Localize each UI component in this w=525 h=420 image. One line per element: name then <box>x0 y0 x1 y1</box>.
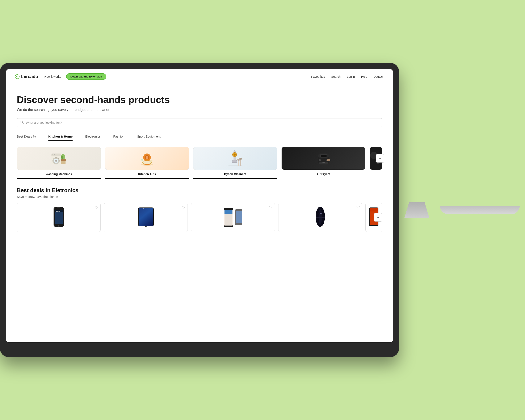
iphone-image: 09:41 <box>53 206 65 228</box>
arrow-right-icon-products: → <box>376 215 380 219</box>
electronics-section-title: Best deals in Eletronics <box>17 187 382 194</box>
svg-text:PS5: PS5 <box>319 212 322 214</box>
svg-rect-64 <box>236 211 242 223</box>
logo-icon <box>15 74 20 79</box>
svg-point-0 <box>15 75 19 79</box>
nav-left: How it works Download the Extension <box>45 73 106 80</box>
heart-icon-ps5[interactable]: ♡ <box>356 205 360 210</box>
monitor-stand-neck <box>404 202 430 218</box>
dyson-cleaners-label: Dyson Cleaners <box>224 172 246 176</box>
main-content: Discover second-hands products We do the… <box>6 84 393 342</box>
logo-text: faircado <box>21 74 38 79</box>
svg-text:12": 12" <box>142 208 144 210</box>
category-dyson-cleaners[interactable]: Dyson Cleaners <box>193 147 277 179</box>
electronics-section-subtitle: Save money, save the planet! <box>17 195 382 198</box>
air-fryers-label: Air Fryers <box>317 172 330 176</box>
washing-machine-image <box>17 147 101 170</box>
svg-point-14 <box>54 154 55 155</box>
svg-point-54 <box>58 225 59 227</box>
category-air-fryers[interactable]: Air Fryers <box>281 147 366 176</box>
tab-kitchen-home[interactable]: Kitchen & Home <box>48 135 73 141</box>
navbar: faircado How it works Download the Exten… <box>6 69 393 84</box>
svg-rect-37 <box>321 155 327 157</box>
svg-point-32 <box>237 159 240 161</box>
air-fryers-image <box>281 147 366 170</box>
product-card-ps5[interactable]: ♡ <box>278 203 362 232</box>
svg-point-33 <box>239 158 242 160</box>
download-extension-button[interactable]: Download the Extension <box>66 73 106 80</box>
kindle-image <box>224 207 243 227</box>
svg-point-23 <box>141 159 143 161</box>
washing-machines-underline <box>17 178 101 179</box>
category-kitchen-aids[interactable]: Kitchen Aids <box>105 147 189 179</box>
svg-rect-43 <box>327 159 330 161</box>
search-icon <box>20 121 24 125</box>
search-bar[interactable]: What are you looking for? <box>17 118 382 127</box>
kitchen-aids-image <box>105 147 189 170</box>
dyson-cleaners-image <box>193 147 277 170</box>
ps5-image: PS5 <box>314 206 327 229</box>
svg-rect-69 <box>316 217 325 218</box>
hero-subtitle: We do the searching, you save your budge… <box>17 108 382 112</box>
tablet-image: 12" <box>138 206 154 228</box>
products-row: ♡ 09:41 <box>17 203 382 232</box>
svg-rect-73 <box>370 208 378 212</box>
product-card-tablet[interactable]: ♡ <box>104 203 188 232</box>
kitchen-aids-label: Kitchen Aids <box>138 172 156 176</box>
tab-electronics[interactable]: Electronics <box>85 135 101 141</box>
washing-machines-label: Washing Machines <box>46 172 72 176</box>
website: faircado How it works Download the Exten… <box>6 69 393 342</box>
nav-how-it-works[interactable]: How it works <box>45 75 61 78</box>
svg-rect-5 <box>60 159 66 161</box>
nav-favourites[interactable]: Favourites <box>311 75 325 78</box>
svg-rect-53 <box>57 207 60 208</box>
nav-login[interactable]: Log in <box>347 75 355 78</box>
products-next-button[interactable]: → <box>374 213 382 222</box>
search-placeholder: What are you looking for? <box>26 121 62 124</box>
kitchen-aids-underline <box>105 178 189 179</box>
heart-icon-kindle[interactable]: ♡ <box>269 205 272 210</box>
svg-rect-62 <box>225 210 233 214</box>
product-categories: Washing Machines <box>17 147 382 179</box>
svg-rect-57 <box>139 208 153 226</box>
svg-text:09:41: 09:41 <box>56 210 60 212</box>
svg-point-38 <box>319 159 321 161</box>
monitor-screen: faircado How it works Download the Exten… <box>6 69 393 342</box>
tab-best-deals[interactable]: Best Deals % <box>17 135 36 141</box>
svg-rect-42 <box>320 154 327 155</box>
tab-sport-equipment[interactable]: Sport Equipment <box>137 135 161 141</box>
logo[interactable]: faircado <box>15 74 38 79</box>
monitor-stand-base <box>440 206 520 214</box>
svg-point-12 <box>55 160 57 162</box>
nav-search[interactable]: Search <box>331 75 340 78</box>
svg-line-3 <box>23 123 24 123</box>
nav-language[interactable]: Deutsch <box>374 75 384 78</box>
svg-point-28 <box>234 153 236 156</box>
svg-point-59 <box>145 226 147 227</box>
svg-rect-26 <box>232 162 237 163</box>
dyson-cleaners-underline <box>193 178 277 179</box>
svg-point-68 <box>319 209 322 225</box>
nav-help[interactable]: Help <box>361 75 367 78</box>
heart-icon-tablet[interactable]: ♡ <box>182 205 185 210</box>
svg-point-13 <box>53 154 53 155</box>
svg-point-1 <box>16 76 17 77</box>
electronics-section: Best deals in Eletronics Save money, sav… <box>17 187 382 232</box>
category-tabs: Best Deals % Kitchen & Home Electronics … <box>17 135 382 141</box>
nav-right: Favourites Search Log in Help Deutsch <box>311 75 384 78</box>
svg-rect-20 <box>146 156 148 159</box>
product-card-iphone[interactable]: ♡ 09:41 <box>17 203 101 232</box>
product-card-kindle[interactable]: ♡ <box>191 203 275 232</box>
tab-fashion[interactable]: Fashion <box>113 135 124 141</box>
svg-rect-41 <box>322 162 325 163</box>
arrow-right-icon: → <box>378 157 382 160</box>
category-washing-machines[interactable]: Washing Machines <box>17 147 101 179</box>
hero-title: Discover second-hands products <box>17 94 382 105</box>
svg-point-7 <box>60 156 63 160</box>
categories-next-button[interactable]: → <box>376 154 384 163</box>
heart-icon-iphone[interactable]: ♡ <box>95 205 98 210</box>
monitor: faircado How it works Download the Exten… <box>0 63 399 357</box>
